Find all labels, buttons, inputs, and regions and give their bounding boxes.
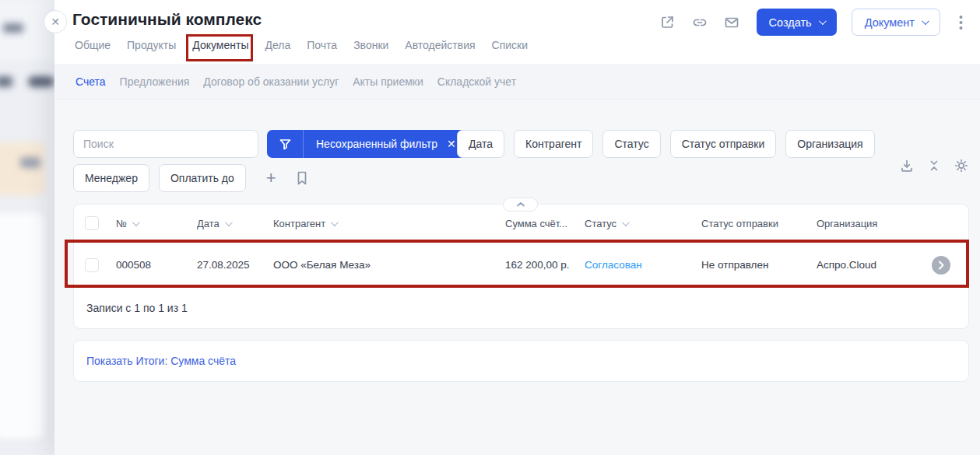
close-icon: ✕ <box>51 16 60 28</box>
invoices-table: № Дата Контрагент Сумма счёт... <box>73 204 969 329</box>
collapse-rows-button[interactable] <box>926 158 942 173</box>
subtab-akty-priemki[interactable]: Акты приемки <box>353 75 423 88</box>
chevron-up-icon <box>516 201 525 208</box>
plus-icon: + <box>266 168 276 188</box>
tab-obshchie[interactable]: Общие <box>75 39 111 56</box>
filter-icon <box>267 138 303 151</box>
cell-date: 27.08.2025 <box>197 259 273 271</box>
more-menu-button[interactable] <box>955 14 966 31</box>
document-dropdown-label: Документ <box>865 16 915 29</box>
collapse-icon <box>928 159 940 173</box>
tab-dela[interactable]: Дела <box>265 39 290 56</box>
cell-amount: 162 200,00 р. <box>505 259 585 271</box>
filter-chip-status-otpravki[interactable]: Статус отправки <box>670 130 777 158</box>
subtab-predlozheniya[interactable]: Предложения <box>120 75 190 88</box>
tab-dokumenty[interactable]: Документы <box>192 39 248 56</box>
table-settings-button[interactable] <box>954 158 969 173</box>
column-label: Сумма счёт... <box>505 218 567 229</box>
tab-zvonki[interactable]: Звонки <box>353 39 388 56</box>
tab-pochta[interactable]: Почта <box>307 39 337 56</box>
table-footer: Записи с 1 по 1 из 1 <box>74 287 968 328</box>
document-subtabs: Счета Предложения Договор об оказании ус… <box>54 64 980 100</box>
more-vertical-icon <box>959 15 963 30</box>
dimmed-background <box>0 0 54 455</box>
column-label: Статус отправки <box>701 218 778 229</box>
select-all-checkbox[interactable] <box>85 216 99 230</box>
filter-chips-row-1: Дата Контрагент Статус Статус отправки О… <box>457 130 875 158</box>
subtab-scheta[interactable]: Счета <box>76 75 106 88</box>
chevron-down-icon <box>819 17 827 25</box>
mail-icon <box>723 14 740 31</box>
backdrop-blob <box>28 76 54 87</box>
link-icon <box>691 14 708 31</box>
tab-spiski[interactable]: Списки <box>492 39 528 56</box>
sort-chevron-icon <box>622 219 630 226</box>
sort-chevron-icon <box>331 219 339 226</box>
filter-chips-row-2: Менеджер Оплатить до + <box>73 164 309 192</box>
tab-produkty[interactable]: Продукты <box>127 39 176 56</box>
copy-link-button[interactable] <box>691 14 708 31</box>
header-actions: Создать Документ <box>659 9 966 36</box>
backdrop-blob <box>20 157 40 168</box>
download-icon <box>899 158 915 173</box>
column-header-sending-status[interactable]: Статус отправки <box>701 218 817 229</box>
table-row[interactable]: 000508 27.08.2025 ООО «Белая Меза» 162 2… <box>74 242 968 287</box>
filter-chip-status[interactable]: Статус <box>602 130 660 158</box>
create-button-label: Создать <box>769 16 812 29</box>
column-header-status[interactable]: Статус <box>585 218 701 229</box>
add-filter-button[interactable]: + <box>266 168 276 188</box>
column-label: Контрагент <box>273 218 325 229</box>
collapse-table-button[interactable] <box>503 198 538 212</box>
list-tool-icons <box>899 158 969 173</box>
page: ✕ Гостиничный комплекс Общие Продукты До… <box>0 0 980 455</box>
backdrop-blob <box>0 76 12 87</box>
filter-chip-organizatsiya[interactable]: Организация <box>785 130 874 158</box>
unsaved-filter-button[interactable]: Несохраненный фильтр ✕ <box>267 130 467 158</box>
chevron-right-icon <box>938 261 944 270</box>
gear-icon <box>954 158 969 173</box>
external-link-icon <box>659 14 676 30</box>
row-checkbox[interactable] <box>85 258 99 272</box>
column-label: Дата <box>197 218 220 229</box>
subtab-skladskoy-uchet[interactable]: Складской учет <box>437 75 516 88</box>
column-header-number[interactable]: № <box>116 218 197 229</box>
open-in-new-button[interactable] <box>659 14 676 31</box>
cell-contractor: ООО «Белая Меза» <box>273 259 505 271</box>
main-tabs: Общие Продукты Документы Дела Почта Звон… <box>75 39 528 56</box>
cell-status[interactable]: Согласован <box>585 259 701 271</box>
export-button[interactable] <box>899 158 915 173</box>
page-title: Гостиничный комплекс <box>72 10 262 29</box>
sort-chevron-icon <box>132 219 140 226</box>
bookmark-icon <box>295 170 309 186</box>
show-totals-link[interactable]: Показать Итоги: Сумма счёта <box>86 355 236 367</box>
unsaved-filter-label: Несохраненный фильтр <box>304 138 445 150</box>
column-header-organization[interactable]: Организация <box>817 218 957 229</box>
save-filter-button[interactable] <box>295 170 309 186</box>
column-header-amount[interactable]: Сумма счёт... <box>505 218 585 229</box>
close-panel-button[interactable]: ✕ <box>44 10 67 33</box>
column-label: № <box>116 218 127 229</box>
chevron-down-icon <box>922 17 929 25</box>
filter-chip-kontragent[interactable]: Контрагент <box>514 130 593 158</box>
record-panel: Гостиничный комплекс Общие Продукты Доку… <box>54 0 980 455</box>
filter-chip-data[interactable]: Дата <box>457 130 504 158</box>
create-button[interactable]: Создать <box>757 9 837 36</box>
open-row-button[interactable] <box>932 256 950 275</box>
tab-avtodeystviya[interactable]: Автодействия <box>405 39 475 56</box>
send-email-button[interactable] <box>723 14 740 31</box>
search-input[interactable] <box>73 130 258 158</box>
sort-chevron-icon <box>225 219 233 226</box>
list-content: Несохраненный фильтр ✕ Дата Контрагент С… <box>54 100 980 455</box>
column-label: Организация <box>817 218 877 229</box>
column-label: Статус <box>585 218 616 229</box>
cell-number: 000508 <box>116 259 197 271</box>
column-header-date[interactable]: Дата <box>197 218 273 229</box>
filter-chip-menedzher[interactable]: Менеджер <box>73 164 149 192</box>
backdrop-card-orange <box>0 142 45 195</box>
backdrop-card-white <box>0 213 44 439</box>
totals-card: Показать Итоги: Сумма счёта <box>73 340 969 382</box>
subtab-dogovor[interactable]: Договор об оказании услуг <box>203 75 339 88</box>
document-dropdown-button[interactable]: Документ <box>852 9 940 36</box>
filter-chip-oplatit-do[interactable]: Оплатить до <box>159 164 246 192</box>
column-header-contractor[interactable]: Контрагент <box>273 218 505 229</box>
